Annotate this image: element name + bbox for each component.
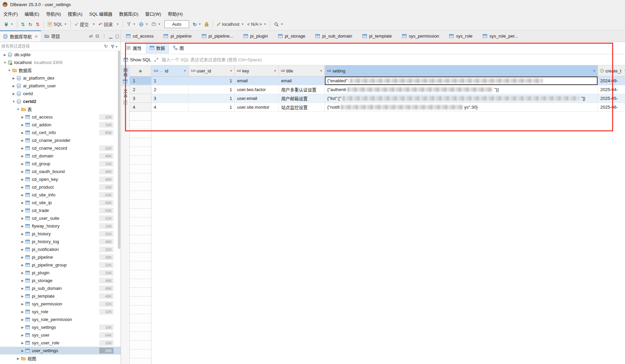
tree-item-pi_template[interactable]: ▶pi_template48K (0, 292, 121, 300)
tree-item-certd2[interactable]: ▼certd2 (0, 98, 121, 105)
chevron-right-icon[interactable]: ▶ (20, 310, 25, 314)
menu-item-2[interactable]: 编辑(E) (21, 9, 43, 19)
empty-row-number-cell[interactable] (130, 226, 151, 235)
tree-item-pi_plugin[interactable]: ▶pi_plugin16K (0, 269, 121, 277)
column-header-setting[interactable]: AZsetting▼ (325, 65, 598, 76)
tree-item-cd_cert_info[interactable]: ▶cd_cert_info80K (0, 129, 121, 136)
menu-item-3[interactable]: 导航(N) (43, 9, 64, 19)
result-tab-3[interactable]: 图 (169, 43, 188, 53)
empty-row-number-cell[interactable] (130, 138, 151, 147)
refresh-button[interactable]: ↻▼ (191, 21, 203, 28)
tree-item-表[interactable]: ▼表 (0, 105, 121, 113)
empty-row-number-cell[interactable] (130, 261, 151, 270)
column-filter-icon[interactable]: ▼ (184, 69, 186, 72)
cell-user_id[interactable]: 1 (189, 94, 235, 103)
column-header-create_t[interactable]: create_t▼ (598, 65, 625, 76)
chevron-right-icon[interactable]: ▶ (20, 302, 25, 306)
tree-item-pi_history_log[interactable]: ▶pi_history_log48K (0, 238, 121, 245)
cell-setting[interactable]: {"notifiys":30} (325, 103, 598, 111)
commit-button[interactable]: ✓提交 (73, 20, 90, 29)
chevron-right-icon[interactable]: ▶ (20, 139, 25, 142)
tree-item-pi_history[interactable]: ▶pi_history32K (0, 230, 121, 238)
tree-item-cd_site_info[interactable]: ▶cd_site_info64K (0, 191, 121, 199)
chevron-right-icon[interactable]: ▶ (20, 256, 25, 259)
tree-item-cd_open_key[interactable]: ▶cd_open_key48K (0, 175, 121, 183)
menu-item-6[interactable]: 数据库(D) (116, 9, 142, 19)
sql-filter-input[interactable] (162, 57, 622, 62)
chevron-right-icon[interactable]: ▶ (20, 271, 25, 275)
link-editor-icon[interactable]: ⇄ (88, 34, 94, 39)
column-header-user_id[interactable]: 123user_id▼ (189, 65, 235, 76)
tree-item-sys_settings[interactable]: ▶sys_settings16K (0, 323, 121, 331)
cell-id[interactable]: 4 (151, 103, 189, 111)
presentation-grid[interactable]: 网格 (121, 65, 129, 86)
tree-item-user_settings[interactable]: ▶user_settings32K (0, 347, 121, 355)
menu-item-8[interactable]: 帮助(H) (164, 9, 186, 19)
cell-id[interactable]: 1 (151, 77, 189, 85)
chevron-right-icon[interactable]: ▶ (20, 248, 25, 251)
view-menu-icon[interactable]: ⋮ (101, 34, 108, 39)
tree-item-sys_permission[interactable]: ▶sys_permission32K (0, 300, 121, 308)
chevron-right-icon[interactable]: ▶ (20, 240, 25, 243)
cell-key[interactable]: user.two.factor (235, 85, 279, 94)
tree-item-ai_platform_dex[interactable]: ▶ai_platform_dex (0, 74, 121, 82)
close-icon[interactable]: ✕ (35, 34, 38, 39)
empty-row-number-cell[interactable] (130, 244, 151, 253)
cell-create-time[interactable]: 2025-04- (598, 85, 625, 94)
rollback-dropdown[interactable]: ▼ (114, 21, 121, 27)
editor-tab-pi_pipeline[interactable]: pi_pipeline (159, 30, 196, 42)
cell-user_id[interactable]: 1 (189, 77, 235, 85)
result-tab-2[interactable]: 数据 (146, 43, 169, 53)
chevron-right-icon[interactable]: ▶ (20, 295, 25, 298)
lock-button[interactable] (203, 21, 210, 28)
chevron-right-icon[interactable]: ▶ (20, 326, 25, 329)
export-button[interactable]: ▼ (150, 21, 162, 28)
empty-row-number-cell[interactable] (130, 358, 151, 364)
transaction-mode-button[interactable]: ▼ (125, 21, 137, 28)
empty-row-number-cell[interactable] (130, 209, 151, 217)
network-button[interactable]: ▼ (137, 21, 150, 28)
editor-tab-pi_sub_domain[interactable]: pi_sub_domain (310, 30, 357, 42)
tree-item-certd[interactable]: ▶certd (0, 90, 121, 98)
empty-row-number-cell[interactable] (130, 270, 151, 279)
chevron-right-icon[interactable]: ▶ (12, 92, 16, 95)
chevron-right-icon[interactable]: ▶ (20, 147, 25, 150)
column-filter-icon[interactable]: ▼ (320, 69, 322, 72)
empty-row-number-cell[interactable] (130, 147, 151, 156)
row-number-cell[interactable]: 2 (130, 85, 151, 94)
chevron-right-icon[interactable]: ▶ (20, 263, 25, 267)
empty-row-number-cell[interactable] (130, 349, 151, 358)
editor-tab-sys_role_per[interactable]: sys_role_per... (478, 30, 523, 42)
editor-tab-pi_storage[interactable]: pi_storage (273, 30, 311, 42)
empty-row-number-cell[interactable] (130, 129, 151, 138)
empty-row-number-cell[interactable] (130, 332, 151, 341)
chevron-right-icon[interactable]: ▶ (20, 193, 25, 197)
cell-user_id[interactable]: 1 (189, 85, 235, 94)
empty-row-number-cell[interactable] (130, 173, 151, 182)
commit-dropdown[interactable]: ▼ (90, 21, 97, 27)
minimize-view-icon[interactable]: ▁ (108, 34, 114, 39)
chevron-right-icon[interactable]: ▶ (20, 217, 25, 220)
presentation-text[interactable]: 文本 (121, 86, 129, 107)
chevron-down-icon[interactable]: ▼ (7, 69, 12, 72)
empty-row-number-cell[interactable] (130, 279, 151, 288)
empty-row-number-cell[interactable] (130, 200, 151, 209)
tree-item-flyway_history[interactable]: ▶flyway_history16K (0, 222, 121, 230)
disconnect-button[interactable]: ⇅ (34, 21, 41, 28)
menu-item-1[interactable]: 文件(F) (0, 9, 21, 19)
tab-database-navigator[interactable]: 数据库导航 ✕ (0, 30, 41, 42)
chevron-down-icon[interactable]: ▼ (16, 108, 20, 111)
empty-row-number-cell[interactable] (130, 314, 151, 323)
tree-item-ai_platform_user[interactable]: ▶ai_platform_user (0, 82, 121, 90)
chevron-right-icon[interactable]: ▶ (20, 224, 25, 228)
empty-row-number-cell[interactable] (130, 191, 151, 200)
empty-row-number-cell[interactable] (130, 165, 151, 173)
chevron-down-icon[interactable]: ▼ (12, 100, 16, 103)
tree-item-sys_role_permission[interactable]: ▶sys_role_permission (0, 316, 121, 323)
empty-row-number-cell[interactable] (130, 341, 151, 349)
empty-row-number-cell[interactable] (130, 112, 151, 121)
cell-key[interactable]: email (235, 77, 279, 85)
chevron-right-icon[interactable]: ▶ (20, 318, 25, 321)
empty-row-number-cell[interactable] (130, 323, 151, 332)
result-tab-1[interactable]: 属性 (123, 43, 145, 53)
